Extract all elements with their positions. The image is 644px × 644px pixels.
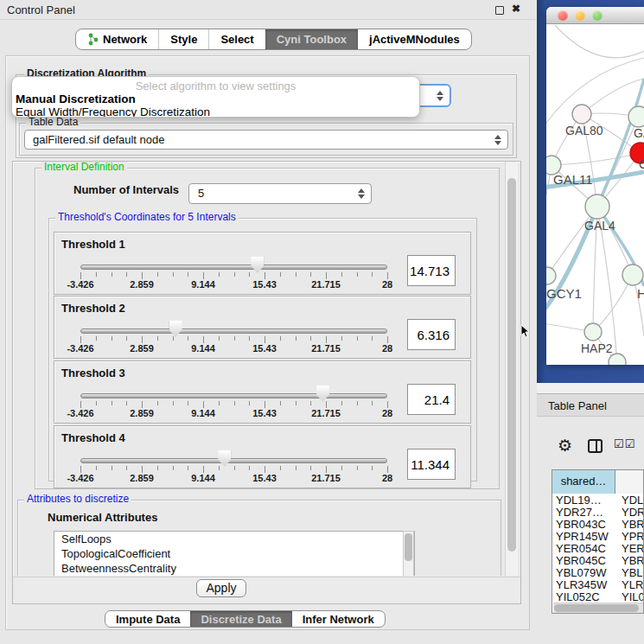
table-row[interactable]: YBL079WYBL0 — [552, 567, 644, 579]
table-row[interactable]: YIL052CYIL0 — [552, 591, 644, 603]
network-node-label: GAL4 — [584, 219, 615, 233]
node-attribute-table[interactable]: shared… na YDL19…YDL1YDR27…YDR2YBR043CYB… — [552, 469, 644, 614]
table-row[interactable]: YBR043CYBR0 — [552, 519, 644, 531]
threshold-slider-handle[interactable] — [218, 450, 231, 467]
table-row[interactable]: YDL19…YDL1 — [552, 494, 644, 507]
slider-tick — [249, 466, 250, 470]
dropdown-placeholder: Select algorithm to view settings — [12, 80, 419, 92]
table-row[interactable]: YLR345WYLR3 — [552, 579, 644, 591]
tab-style[interactable]: Style — [158, 29, 208, 49]
network-node-GAL4[interactable] — [585, 194, 609, 219]
slider-tick — [296, 272, 296, 277]
numerical-attributes-list[interactable]: SelfLoopsTopologicalCoefficientBetweenne… — [54, 531, 415, 576]
threshold-slider-handle[interactable] — [316, 386, 329, 402]
threshold-slider-handle[interactable] — [251, 257, 264, 273]
slider-tick — [387, 466, 388, 473]
slider-tick — [126, 272, 127, 277]
tab-jactivemnodules[interactable]: jActiveMNodules — [358, 29, 471, 49]
slider-tick — [310, 401, 311, 405]
network-node-H[interactable] — [622, 265, 643, 285]
table-header-name[interactable]: na — [615, 470, 644, 494]
cell-shared-name: YDR27… — [552, 507, 615, 519]
slider-tick — [157, 336, 158, 341]
threshold-value-field[interactable] — [407, 255, 456, 286]
slider-tick — [341, 466, 342, 470]
table-horizontal-scrollbar[interactable] — [553, 603, 643, 613]
dropdown-option[interactable]: Manual Discretization — [16, 92, 136, 105]
network-node-GAL80[interactable] — [572, 105, 591, 124]
close-icon[interactable]: ✖ — [512, 3, 520, 15]
apply-button[interactable]: Apply — [196, 579, 246, 597]
table-header-shared-name[interactable]: shared… — [552, 470, 615, 494]
slider-tick-label: 2.859 — [130, 279, 154, 290]
network-node-unlabeled[interactable] — [609, 354, 626, 365]
slider-tick-label: 21.715 — [311, 279, 341, 290]
threshold-slider-track[interactable] — [80, 328, 387, 334]
slider-tick — [372, 466, 373, 470]
tab-network[interactable]: Network — [76, 29, 158, 49]
number-of-intervals-combobox[interactable]: 5 — [188, 183, 372, 204]
columns-icon[interactable] — [588, 439, 603, 453]
slider-tick — [80, 401, 81, 408]
tab-label: jActiveMNodules — [369, 33, 460, 46]
bottom-tab-discretize-data[interactable]: Discretize Data — [190, 611, 291, 627]
network-edge[interactable] — [552, 153, 641, 165]
table-horizontal-scrollbar-thumb[interactable] — [554, 604, 639, 612]
attribute-list-item[interactable]: BetweennessCentrality — [54, 561, 414, 576]
threshold-slider-track[interactable] — [80, 458, 387, 463]
slider-tick — [234, 336, 235, 341]
network-node-GA[interactable] — [628, 106, 644, 127]
threshold-slider-handle[interactable] — [169, 321, 182, 337]
close-traffic-light[interactable] — [558, 10, 568, 21]
bottom-tab-impute-data[interactable]: Impute Data — [105, 611, 190, 627]
attributes-list-scrollbar[interactable] — [403, 531, 414, 576]
slider-tick — [112, 466, 112, 470]
panel-divider[interactable] — [537, 383, 644, 393]
table-row[interactable]: YDR27…YDR2 — [552, 507, 644, 519]
table-row[interactable]: YER054CYER0 — [552, 543, 644, 555]
network-node-HAP2[interactable] — [584, 323, 602, 341]
control-panel-tabbar: NetworkStyleSelectCyni ToolboxjActiveMNo… — [75, 29, 472, 50]
network-edge[interactable] — [555, 25, 644, 58]
table-rows: YDL19…YDL1YDR27…YDR2YBR043CYBR0YPR145WYP… — [552, 494, 644, 603]
tab-label: Network — [103, 33, 147, 46]
zoom-traffic-light[interactable] — [592, 10, 603, 21]
combo-spinner-icon — [358, 188, 365, 199]
float-window-icon[interactable] — [495, 6, 504, 15]
table-row[interactable]: YPR145WYPR1 — [552, 531, 644, 543]
attribute-list-item[interactable]: SelfLoops — [54, 532, 414, 546]
attributes-list-scrollbar-thumb[interactable] — [405, 533, 412, 561]
network-window-titlebar[interactable] — [546, 7, 644, 24]
select-columns-checkboxes-icon[interactable]: ☑☑ — [614, 437, 635, 450]
attribute-list-item[interactable]: TopologicalCoefficient — [54, 546, 414, 561]
slider-tick — [126, 401, 127, 405]
cell-name: YDL1 — [615, 494, 644, 507]
slider-tick-label: 2.859 — [130, 343, 154, 354]
dropdown-option[interactable]: Equal Width/Frequency Discretization — [16, 105, 210, 118]
slider-tick — [372, 272, 373, 277]
slider-tick — [203, 272, 204, 279]
tab-cyni-toolbox[interactable]: Cyni Toolbox — [265, 29, 358, 49]
panel-vertical-scrollbar-thumb[interactable] — [507, 178, 516, 552]
threshold-slider-track[interactable] — [80, 393, 387, 399]
slider-tick — [357, 336, 358, 341]
table-row[interactable]: YBR045CYBR0 — [552, 555, 644, 567]
threshold-slider-track[interactable] — [80, 265, 387, 270]
table-data-combobox[interactable]: galFiltered.sif default node — [24, 130, 508, 150]
gear-icon[interactable]: ⚙ — [558, 436, 572, 456]
panel-vertical-scrollbar[interactable] — [505, 162, 518, 576]
slider-tick-label: 9.144 — [191, 408, 215, 418]
tab-select[interactable]: Select — [208, 29, 265, 49]
network-node-GCY1[interactable] — [546, 267, 556, 284]
slider-tick-label: 21.715 — [311, 343, 341, 354]
threshold-value-field[interactable] — [407, 319, 456, 350]
threshold-value-field[interactable] — [407, 449, 456, 480]
slider-tick — [219, 466, 220, 470]
network-canvas[interactable]: GAL80GACGAL11GAL4GCY1HHAP2 — [546, 25, 644, 365]
slider-tick — [112, 272, 112, 277]
bottom-tab-infer-network[interactable]: Infer Network — [292, 611, 385, 627]
minimize-traffic-light[interactable] — [575, 10, 585, 21]
threshold-value-field[interactable] — [407, 384, 456, 415]
tab-label: Style — [170, 33, 197, 46]
cell-shared-name: YDL19… — [552, 494, 615, 507]
